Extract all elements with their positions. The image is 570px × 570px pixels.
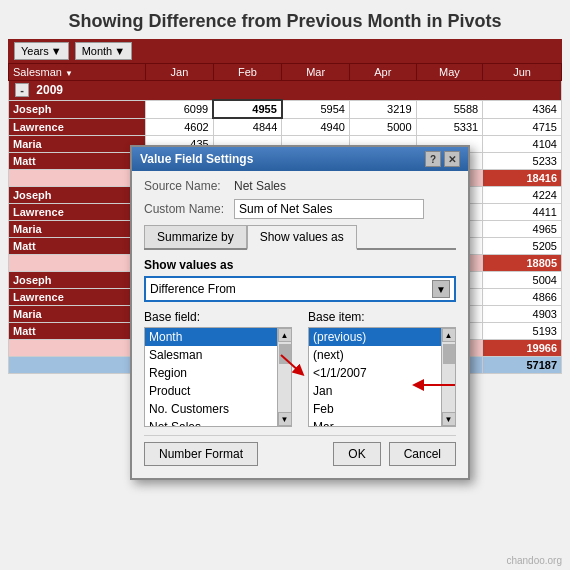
col-header-jan: Jan [146, 64, 214, 81]
col-header-feb: Feb [213, 64, 282, 81]
arrow-annotation [276, 350, 306, 380]
base-field-label: Base field: [144, 310, 292, 324]
col-header-salesman[interactable]: Salesman ▼ [9, 64, 146, 81]
dialog-close-button[interactable]: ✕ [444, 151, 460, 167]
show-values-as-label: Show values as [144, 258, 456, 272]
watermark: chandoo.org [506, 555, 562, 566]
list-item-salesman[interactable]: Salesman [145, 346, 277, 364]
month-dropdown-icon: ▼ [114, 45, 125, 57]
show-values-dropdown-value: Difference From [150, 282, 432, 296]
dialog-body: Source Name: Net Sales Custom Name: Summ… [132, 171, 468, 478]
tab-show-values-as[interactable]: Show values as [247, 225, 357, 250]
number-format-button[interactable]: Number Format [144, 442, 258, 466]
base-field-items: Month Salesman Region Product No. Custom… [145, 328, 277, 426]
dialog-title-bar: Value Field Settings ? ✕ [132, 147, 468, 171]
list-item-region[interactable]: Region [145, 364, 277, 382]
base-field-section: Base field: Month Salesman Region Produc… [144, 310, 292, 427]
tab-summarize-by[interactable]: Summarize by [144, 225, 247, 248]
custom-name-row: Custom Name: [144, 199, 456, 219]
arrow-previous-annotation [410, 370, 460, 404]
item-scroll-down-btn[interactable]: ▼ [442, 412, 456, 426]
years-label: Years [21, 45, 49, 57]
col-header-jun: Jun [483, 64, 562, 81]
show-values-dropdown-arrow[interactable]: ▼ [432, 280, 450, 298]
col-header-apr: Apr [349, 64, 416, 81]
item-scroll-thumb[interactable] [443, 344, 455, 364]
list-item-product[interactable]: Product [145, 382, 277, 400]
custom-name-label: Custom Name: [144, 202, 234, 216]
col-header-may: May [416, 64, 483, 81]
years-dropdown-icon: ▼ [51, 45, 62, 57]
base-item-section: Base item: (previous) (next) <1/1/2007 J… [308, 310, 456, 427]
years-field-button[interactable]: Years ▼ [14, 42, 69, 60]
dialog-title: Value Field Settings [140, 152, 253, 166]
dialog-tabs: Summarize by Show values as [144, 225, 456, 250]
base-item-label: Base item: [308, 310, 456, 324]
list-item-net-sales[interactable]: Net Sales [145, 418, 277, 426]
custom-name-input[interactable] [234, 199, 424, 219]
cancel-button[interactable]: Cancel [389, 442, 456, 466]
list-item-month[interactable]: Month [145, 328, 277, 346]
base-fields-row: Base field: Month Salesman Region Produc… [144, 310, 456, 427]
year-value: 2009 [36, 83, 63, 97]
source-name-label: Source Name: [144, 179, 234, 193]
month-field-button[interactable]: Month ▼ [75, 42, 132, 60]
year-row: - 2009 [9, 81, 562, 101]
svg-line-1 [281, 355, 300, 372]
ok-button[interactable]: OK [333, 442, 380, 466]
show-values-dropdown[interactable]: Difference From ▼ [144, 276, 456, 302]
item-scroll-up-btn[interactable]: ▲ [442, 328, 456, 342]
dialog-title-buttons: ? ✕ [425, 151, 460, 167]
collapse-year-btn[interactable]: - [15, 83, 29, 97]
scroll-down-btn[interactable]: ▼ [278, 412, 292, 426]
col-header-mar: Mar [282, 64, 350, 81]
dialog-footer: Number Format OK Cancel [144, 435, 456, 470]
table-row: Joseph 6099 4955 5954 3219 5588 4364 [9, 100, 562, 118]
table-row: Lawrence 4602 4844 4940 5000 5331 4715 [9, 118, 562, 136]
list-item-previous[interactable]: (previous) [309, 328, 441, 346]
month-label: Month [82, 45, 113, 57]
list-item-next[interactable]: (next) [309, 346, 441, 364]
source-name-row: Source Name: Net Sales [144, 179, 456, 193]
pivot-controls: Years ▼ Month ▼ [8, 39, 562, 63]
source-name-value: Net Sales [234, 179, 286, 193]
value-field-settings-dialog: Value Field Settings ? ✕ Source Name: Ne… [130, 145, 470, 480]
list-item-mar[interactable]: Mar [309, 418, 441, 426]
dialog-help-button[interactable]: ? [425, 151, 441, 167]
base-field-list: Month Salesman Region Product No. Custom… [144, 327, 292, 427]
scroll-up-btn[interactable]: ▲ [278, 328, 292, 342]
dialog-action-buttons: OK Cancel [333, 442, 456, 466]
page-title: Showing Difference from Previous Month i… [0, 0, 570, 39]
page-container: Showing Difference from Previous Month i… [0, 0, 570, 570]
list-item-no-customers[interactable]: No. Customers [145, 400, 277, 418]
